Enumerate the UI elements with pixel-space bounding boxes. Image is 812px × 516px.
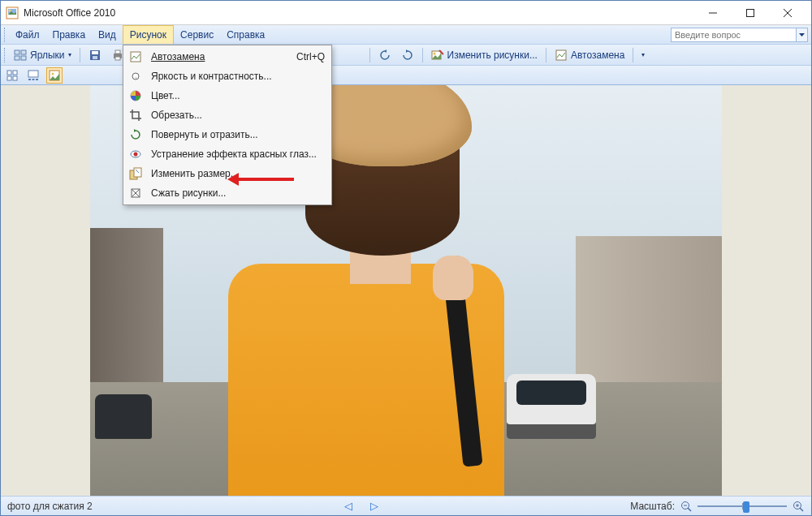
- menu-tools[interactable]: Сервис: [174, 25, 220, 44]
- toolbar-overflow-button[interactable]: ▾: [638, 49, 648, 60]
- svg-line-41: [688, 508, 691, 511]
- minimize-button[interactable]: [694, 1, 732, 25]
- rotate-left-button[interactable]: [375, 47, 395, 63]
- autocorrect-icon: [555, 49, 568, 62]
- svg-rect-7: [131, 52, 140, 62]
- svg-rect-33: [28, 71, 38, 77]
- menu-edit[interactable]: Правка: [46, 25, 93, 44]
- menu-help[interactable]: Справка: [220, 25, 271, 44]
- svg-point-38: [52, 72, 54, 75]
- titlebar: Microsoft Office 2010: [1, 1, 811, 25]
- menu-item-label: Сжать рисунки...: [151, 187, 325, 199]
- menu-item-autocorrect[interactable]: Автозамена Ctrl+Q: [125, 47, 330, 67]
- rotate-right-icon: [401, 49, 414, 62]
- menu-item-label: Автозамена: [151, 51, 288, 62]
- menu-picture[interactable]: Рисунок: [123, 25, 174, 44]
- toolbar-grip[interactable]: [4, 48, 7, 62]
- brightness-icon: [128, 69, 143, 84]
- svg-rect-15: [15, 50, 19, 54]
- svg-rect-31: [7, 76, 11, 80]
- zoom-label: Масштаб:: [630, 501, 675, 512]
- svg-rect-32: [13, 76, 17, 80]
- svg-rect-36: [36, 79, 38, 80]
- ask-dropdown-button[interactable]: [797, 28, 808, 42]
- menu-item-color[interactable]: Цвет...: [125, 86, 330, 105]
- app-title: Microsoft Office 2010: [24, 7, 694, 19]
- maximize-button[interactable]: [732, 1, 769, 25]
- zoom-out-button[interactable]: [680, 500, 693, 513]
- app-window: Microsoft Office 2010 Файл Правка Вид Ри…: [0, 0, 812, 516]
- statusbar: фото для сжатия 2 ◁ ▷ Масштаб:: [1, 496, 811, 515]
- svg-rect-34: [28, 79, 31, 80]
- view-thumbnails-button[interactable]: [4, 67, 20, 84]
- edit-pictures-icon: [431, 49, 444, 62]
- save-button[interactable]: [85, 47, 105, 63]
- autocorrect-button[interactable]: Автозамена: [551, 47, 628, 63]
- svg-rect-16: [21, 50, 26, 54]
- nav-next-button[interactable]: ▷: [370, 500, 378, 512]
- svg-point-11: [134, 153, 138, 157]
- menu-view[interactable]: Вид: [92, 25, 123, 44]
- chevron-down-icon: ▾: [641, 51, 645, 58]
- rotate-icon: [128, 127, 143, 142]
- separator: [80, 48, 80, 62]
- svg-rect-23: [115, 50, 120, 54]
- svg-rect-13: [134, 168, 141, 177]
- autocorrect-label: Автозамена: [571, 49, 624, 61]
- separator: [633, 48, 633, 62]
- svg-rect-18: [21, 56, 26, 60]
- close-button[interactable]: [769, 1, 806, 25]
- color-icon: [128, 88, 143, 103]
- menu-item-label: Повернуть и отразить...: [151, 129, 325, 140]
- rotate-left-icon: [378, 49, 391, 62]
- save-icon: [89, 49, 102, 62]
- separator: [546, 48, 546, 62]
- svg-line-45: [800, 508, 803, 511]
- svg-rect-35: [32, 79, 35, 80]
- separator: [422, 48, 423, 62]
- menu-item-brightness[interactable]: Яркость и контрастность...: [125, 67, 330, 86]
- svg-rect-21: [93, 56, 97, 59]
- menu-file[interactable]: Файл: [9, 25, 46, 44]
- shortcuts-button[interactable]: Ярлыки ▾: [11, 47, 75, 63]
- shortcuts-icon: [14, 49, 27, 62]
- menu-item-crop[interactable]: Обрезать...: [125, 105, 330, 125]
- ask-box: [671, 25, 808, 44]
- menu-item-label: Устранение эффекта красных глаз...: [151, 148, 325, 160]
- zoom-in-button[interactable]: [792, 500, 805, 513]
- zoom-controls: Масштаб:: [630, 500, 805, 513]
- svg-rect-24: [115, 57, 120, 60]
- menu-item-label: Яркость и контрастность...: [151, 71, 325, 82]
- shortcuts-label: Ярлыки: [30, 49, 65, 61]
- edit-pictures-label: Изменить рисунки...: [447, 49, 538, 61]
- view-single-button[interactable]: [46, 67, 63, 84]
- svg-rect-28: [556, 50, 566, 60]
- svg-rect-30: [13, 71, 17, 75]
- nav-prev-button[interactable]: ◁: [344, 500, 352, 512]
- menu-item-redeye[interactable]: Устранение эффекта красных глаз...: [125, 144, 330, 164]
- menu-item-shortcut: Ctrl+Q: [296, 51, 325, 62]
- svg-point-2: [9, 9, 11, 11]
- menu-item-label: Обрезать...: [151, 110, 325, 121]
- rotate-right-button[interactable]: [398, 47, 417, 63]
- separator: [369, 48, 370, 62]
- crop-icon: [128, 108, 143, 123]
- view-filmstrip-button[interactable]: [25, 67, 41, 84]
- ask-input[interactable]: [671, 28, 797, 42]
- svg-rect-20: [92, 51, 98, 54]
- redeye-icon: [128, 147, 143, 161]
- menubar-grip[interactable]: [4, 28, 7, 42]
- autocorrect-icon: [128, 49, 143, 64]
- svg-point-27: [433, 52, 435, 54]
- chevron-down-icon: ▾: [68, 51, 71, 58]
- menu-item-label: Цвет...: [151, 90, 325, 101]
- svg-rect-4: [747, 9, 754, 16]
- menu-item-compress[interactable]: Сжать рисунки...: [125, 183, 330, 203]
- menu-item-rotate[interactable]: Повернуть и отразить...: [125, 125, 330, 144]
- status-filename: фото для сжатия 2: [7, 501, 93, 512]
- annotation-arrow: [237, 178, 294, 181]
- zoom-slider[interactable]: [698, 501, 787, 512]
- status-nav: ◁ ▷: [99, 500, 624, 512]
- edit-pictures-button[interactable]: Изменить рисунки...: [428, 47, 541, 63]
- resize-icon: [128, 166, 143, 181]
